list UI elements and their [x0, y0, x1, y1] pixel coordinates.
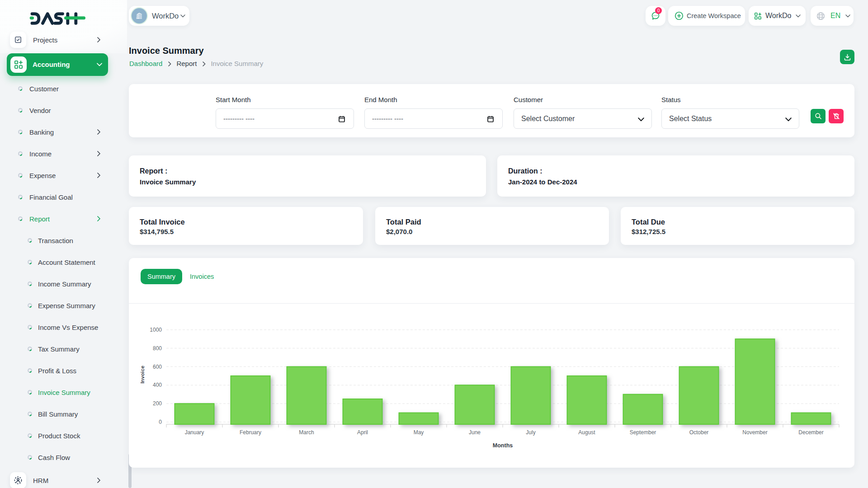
- svg-text:400: 400: [153, 382, 162, 388]
- svg-text:December: December: [798, 429, 823, 436]
- svg-text:May: May: [414, 429, 424, 436]
- svg-text:March: March: [299, 429, 314, 436]
- svg-text:February: February: [240, 429, 261, 436]
- svg-text:600: 600: [153, 364, 162, 370]
- svg-text:September: September: [630, 429, 656, 436]
- svg-text:1000: 1000: [150, 327, 162, 333]
- svg-text:January: January: [185, 429, 204, 436]
- svg-text:October: October: [689, 429, 709, 436]
- svg-text:800: 800: [153, 345, 162, 352]
- svg-text:July: July: [526, 429, 535, 436]
- svg-text:0: 0: [159, 419, 162, 425]
- svg-text:June: June: [469, 429, 481, 436]
- svg-text:200: 200: [153, 400, 162, 407]
- svg-text:August: August: [578, 429, 595, 436]
- svg-text:November: November: [742, 429, 767, 436]
- svg-text:April: April: [357, 429, 368, 436]
- svg-text:Months: Months: [493, 442, 513, 449]
- svg-text:Invoice: Invoice: [140, 366, 145, 384]
